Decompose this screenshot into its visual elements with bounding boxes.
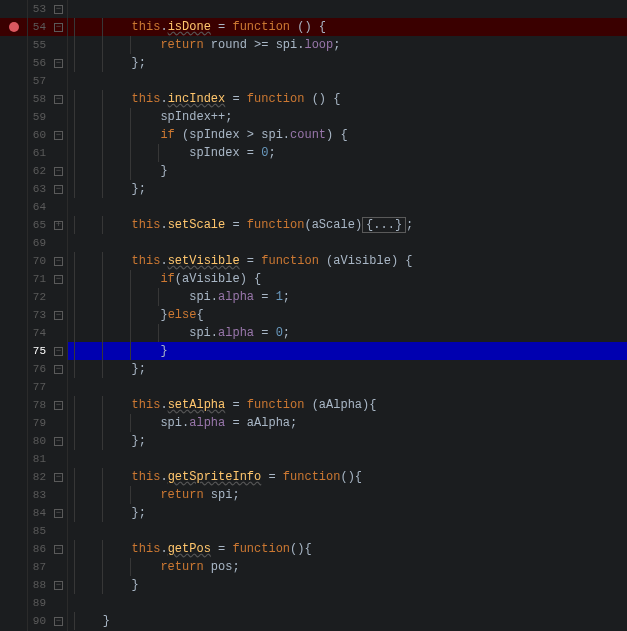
fold-gutter[interactable]: − — [50, 432, 68, 450]
breakpoint-gutter[interactable] — [0, 162, 28, 180]
code-content[interactable]: this.getSpriteInfo = function(){ — [68, 468, 362, 486]
code-content[interactable]: }; — [68, 54, 146, 72]
code-line[interactable]: 65+ this.setScale = function(aScale){...… — [0, 216, 627, 234]
fold-collapse-icon[interactable]: − — [54, 257, 63, 266]
fold-gutter[interactable]: − — [50, 0, 68, 18]
code-line[interactable]: 81 — [0, 450, 627, 468]
fold-gutter[interactable] — [50, 36, 68, 54]
code-content[interactable] — [68, 72, 74, 90]
fold-gutter[interactable]: − — [50, 306, 68, 324]
fold-collapse-icon[interactable]: − — [54, 545, 63, 554]
code-line[interactable]: 78− this.setAlpha = function (aAlpha){ — [0, 396, 627, 414]
code-content[interactable]: spIndex++; — [68, 108, 232, 126]
fold-gutter[interactable]: + — [50, 216, 68, 234]
code-content[interactable]: }; — [68, 180, 146, 198]
breakpoint-gutter[interactable] — [0, 234, 28, 252]
breakpoint-gutter[interactable] — [0, 432, 28, 450]
fold-gutter[interactable] — [50, 558, 68, 576]
fold-gutter[interactable] — [50, 198, 68, 216]
code-content[interactable] — [68, 378, 74, 396]
fold-gutter[interactable]: − — [50, 576, 68, 594]
fold-gutter[interactable] — [50, 72, 68, 90]
fold-gutter[interactable] — [50, 288, 68, 306]
fold-gutter[interactable] — [50, 108, 68, 126]
breakpoint-gutter[interactable] — [0, 486, 28, 504]
code-line[interactable]: 80− }; — [0, 432, 627, 450]
breakpoint-gutter[interactable] — [0, 468, 28, 486]
code-content[interactable]: }; — [68, 360, 146, 378]
code-content[interactable]: this.incIndex = function () { — [68, 90, 340, 108]
fold-collapse-icon[interactable]: − — [54, 275, 63, 284]
code-content[interactable]: return spi; — [68, 486, 240, 504]
code-content[interactable] — [68, 522, 74, 540]
code-content[interactable] — [68, 594, 74, 612]
code-content[interactable]: if(aVisible) { — [68, 270, 261, 288]
code-content[interactable]: } — [68, 576, 139, 594]
fold-collapse-icon[interactable]: − — [54, 347, 63, 356]
code-content[interactable]: return round >= spi.loop; — [68, 36, 340, 54]
fold-gutter[interactable]: − — [50, 612, 68, 630]
code-line[interactable]: 57 — [0, 72, 627, 90]
fold-gutter[interactable]: − — [50, 54, 68, 72]
code-line[interactable]: 64 — [0, 198, 627, 216]
code-content[interactable] — [68, 234, 74, 252]
code-line[interactable]: 69 — [0, 234, 627, 252]
code-content[interactable]: if (spIndex > spi.count) { — [68, 126, 348, 144]
fold-gutter[interactable]: − — [50, 252, 68, 270]
code-line[interactable]: 72 spi.alpha = 1; — [0, 288, 627, 306]
code-content[interactable]: spIndex = 0; — [68, 144, 276, 162]
code-content[interactable] — [68, 0, 74, 18]
breakpoint-gutter[interactable] — [0, 324, 28, 342]
code-line[interactable]: 53− — [0, 0, 627, 18]
code-line[interactable]: 62− } — [0, 162, 627, 180]
breakpoint-gutter[interactable] — [0, 54, 28, 72]
fold-collapse-icon[interactable]: − — [54, 617, 63, 626]
code-line[interactable]: 54− this.isDone = function () { — [0, 18, 627, 36]
fold-gutter[interactable]: − — [50, 18, 68, 36]
code-line[interactable]: 79 spi.alpha = aAlpha; — [0, 414, 627, 432]
fold-collapse-icon[interactable]: − — [54, 23, 63, 32]
code-line[interactable]: 82− this.getSpriteInfo = function(){ — [0, 468, 627, 486]
code-line[interactable]: 59 spIndex++; — [0, 108, 627, 126]
code-line[interactable]: 88− } — [0, 576, 627, 594]
fold-gutter[interactable]: − — [50, 396, 68, 414]
fold-gutter[interactable]: − — [50, 126, 68, 144]
code-line[interactable]: 70− this.setVisible = function (aVisible… — [0, 252, 627, 270]
breakpoint-gutter[interactable] — [0, 504, 28, 522]
code-line[interactable]: 56− }; — [0, 54, 627, 72]
fold-expand-icon[interactable]: + — [54, 221, 63, 230]
code-line[interactable]: 61 spIndex = 0; — [0, 144, 627, 162]
code-line[interactable]: 90− } — [0, 612, 627, 630]
breakpoint-gutter[interactable] — [0, 594, 28, 612]
breakpoint-gutter[interactable] — [0, 198, 28, 216]
breakpoint-gutter[interactable] — [0, 396, 28, 414]
breakpoint-gutter[interactable] — [0, 360, 28, 378]
code-line[interactable]: 87 return pos; — [0, 558, 627, 576]
code-line[interactable]: 84− }; — [0, 504, 627, 522]
breakpoint-gutter[interactable] — [0, 18, 28, 36]
fold-gutter[interactable] — [50, 594, 68, 612]
fold-gutter[interactable] — [50, 324, 68, 342]
fold-gutter[interactable] — [50, 522, 68, 540]
code-content[interactable]: this.isDone = function () { — [68, 18, 326, 36]
breakpoint-gutter[interactable] — [0, 72, 28, 90]
code-content[interactable]: this.setAlpha = function (aAlpha){ — [68, 396, 376, 414]
code-line[interactable]: 74 spi.alpha = 0; — [0, 324, 627, 342]
fold-collapse-icon[interactable]: − — [54, 473, 63, 482]
code-content[interactable]: }; — [68, 504, 146, 522]
code-line[interactable]: 58− this.incIndex = function () { — [0, 90, 627, 108]
code-line[interactable]: 63− }; — [0, 180, 627, 198]
fold-gutter[interactable] — [50, 486, 68, 504]
code-line[interactable]: 86− this.getPos = function(){ — [0, 540, 627, 558]
breakpoint-gutter[interactable] — [0, 612, 28, 630]
fold-collapse-icon[interactable]: − — [54, 581, 63, 590]
fold-gutter[interactable] — [50, 234, 68, 252]
breakpoint-gutter[interactable] — [0, 540, 28, 558]
code-content[interactable]: this.getPos = function(){ — [68, 540, 312, 558]
fold-collapse-icon[interactable]: − — [54, 365, 63, 374]
fold-gutter[interactable] — [50, 414, 68, 432]
fold-gutter[interactable] — [50, 144, 68, 162]
fold-gutter[interactable]: − — [50, 504, 68, 522]
fold-gutter[interactable]: − — [50, 180, 68, 198]
breakpoint-gutter[interactable] — [0, 378, 28, 396]
